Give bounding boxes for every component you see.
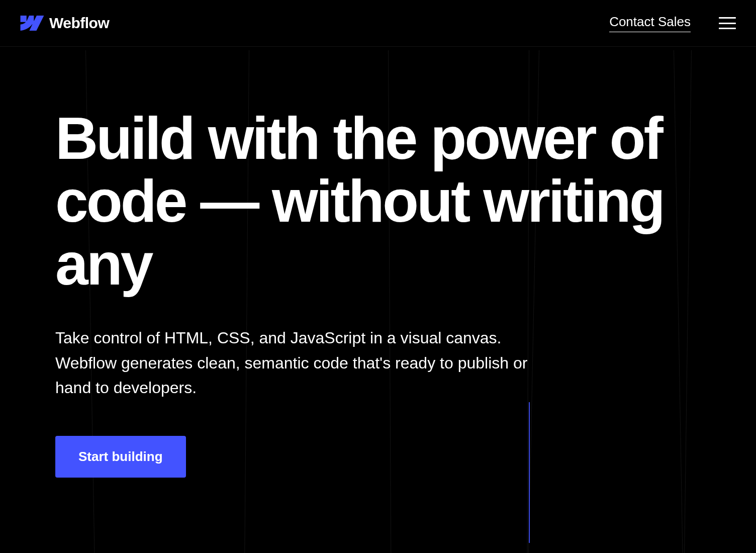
hero-section: Build with the power of code — without w…: [0, 47, 756, 478]
start-building-button[interactable]: Start building: [55, 436, 186, 478]
hamburger-menu-icon[interactable]: [719, 17, 736, 29]
hero-title: Build with the power of code — without w…: [55, 107, 701, 296]
brand-logo[interactable]: Webflow: [20, 15, 109, 32]
contact-sales-link[interactable]: Contact Sales: [609, 14, 691, 32]
main-header: Webflow Contact Sales: [0, 0, 756, 47]
hero-subtitle: Take control of HTML, CSS, and JavaScrip…: [55, 326, 538, 401]
header-actions: Contact Sales: [609, 14, 736, 32]
webflow-logo-icon: [20, 16, 44, 31]
brand-name: Webflow: [49, 15, 109, 32]
